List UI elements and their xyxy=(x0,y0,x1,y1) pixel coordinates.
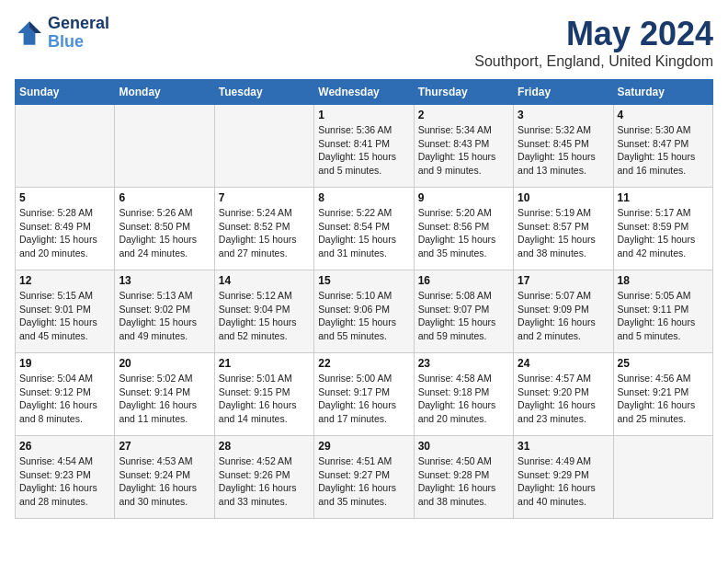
day-info: Sunrise: 5:36 AM Sunset: 8:41 PM Dayligh… xyxy=(318,123,409,178)
day-number: 26 xyxy=(19,440,110,453)
day-info: Sunrise: 4:58 AM Sunset: 9:18 PM Dayligh… xyxy=(418,372,509,426)
day-info: Sunrise: 5:24 AM Sunset: 8:52 PM Dayligh… xyxy=(219,206,310,260)
calendar-cell: 7Sunrise: 5:24 AM Sunset: 8:52 PM Daylig… xyxy=(214,188,313,270)
day-number: 4 xyxy=(618,109,709,121)
calendar-cell xyxy=(115,105,214,188)
calendar-cell: 25Sunrise: 4:56 AM Sunset: 9:21 PM Dayli… xyxy=(613,353,712,436)
calendar-body: 1Sunrise: 5:36 AM Sunset: 8:41 PM Daylig… xyxy=(16,105,713,519)
calendar-cell: 8Sunrise: 5:22 AM Sunset: 8:54 PM Daylig… xyxy=(314,188,414,270)
day-number: 31 xyxy=(518,440,609,453)
calendar-cell: 24Sunrise: 4:57 AM Sunset: 9:20 PM Dayli… xyxy=(514,353,613,436)
day-info: Sunrise: 5:13 AM Sunset: 9:02 PM Dayligh… xyxy=(119,289,210,343)
day-info: Sunrise: 5:28 AM Sunset: 8:49 PM Dayligh… xyxy=(19,206,110,260)
day-info: Sunrise: 5:08 AM Sunset: 9:07 PM Dayligh… xyxy=(418,289,509,343)
calendar-cell: 18Sunrise: 5:05 AM Sunset: 9:11 PM Dayli… xyxy=(613,270,712,353)
day-info: Sunrise: 5:15 AM Sunset: 9:01 PM Dayligh… xyxy=(19,289,110,343)
day-number: 30 xyxy=(418,440,509,453)
location-title: Southport, England, United Kingdom xyxy=(474,53,713,70)
calendar-cell: 22Sunrise: 5:00 AM Sunset: 9:17 PM Dayli… xyxy=(314,353,414,436)
day-number: 11 xyxy=(618,191,709,204)
week-row-2: 5Sunrise: 5:28 AM Sunset: 8:49 PM Daylig… xyxy=(16,188,713,270)
weekday-header-friday: Friday xyxy=(514,80,613,105)
calendar-cell: 21Sunrise: 5:01 AM Sunset: 9:15 PM Dayli… xyxy=(214,353,313,436)
calendar-cell: 5Sunrise: 5:28 AM Sunset: 8:49 PM Daylig… xyxy=(16,188,115,270)
weekday-header-monday: Monday xyxy=(115,80,214,105)
calendar-cell: 29Sunrise: 4:51 AM Sunset: 9:27 PM Dayli… xyxy=(314,436,414,519)
week-row-3: 12Sunrise: 5:15 AM Sunset: 9:01 PM Dayli… xyxy=(16,270,713,353)
weekday-header-wednesday: Wednesday xyxy=(314,80,414,105)
calendar-cell: 27Sunrise: 4:53 AM Sunset: 9:24 PM Dayli… xyxy=(115,436,214,519)
day-number: 1 xyxy=(318,109,409,121)
calendar-cell: 13Sunrise: 5:13 AM Sunset: 9:02 PM Dayli… xyxy=(115,270,214,353)
day-number: 24 xyxy=(518,357,609,370)
calendar-cell: 19Sunrise: 5:04 AM Sunset: 9:12 PM Dayli… xyxy=(16,353,115,436)
calendar-cell: 28Sunrise: 4:52 AM Sunset: 9:26 PM Dayli… xyxy=(214,436,313,519)
day-number: 9 xyxy=(418,191,509,204)
day-info: Sunrise: 5:07 AM Sunset: 9:09 PM Dayligh… xyxy=(518,289,609,343)
month-title: May 2024 xyxy=(474,15,713,53)
week-row-1: 1Sunrise: 5:36 AM Sunset: 8:41 PM Daylig… xyxy=(16,105,713,188)
day-number: 16 xyxy=(418,274,509,287)
day-info: Sunrise: 5:10 AM Sunset: 9:06 PM Dayligh… xyxy=(318,289,409,343)
calendar-cell xyxy=(613,436,712,519)
day-info: Sunrise: 5:12 AM Sunset: 9:04 PM Dayligh… xyxy=(219,289,310,343)
day-info: Sunrise: 5:22 AM Sunset: 8:54 PM Dayligh… xyxy=(318,206,409,260)
day-number: 27 xyxy=(119,440,210,453)
day-info: Sunrise: 5:05 AM Sunset: 9:11 PM Dayligh… xyxy=(618,289,709,343)
logo-line2: Blue xyxy=(48,33,109,52)
day-number: 21 xyxy=(219,357,310,370)
weekday-header-tuesday: Tuesday xyxy=(214,80,313,105)
calendar-cell: 16Sunrise: 5:08 AM Sunset: 9:07 PM Dayli… xyxy=(414,270,513,353)
title-block: May 2024 Southport, England, United King… xyxy=(474,15,713,70)
day-number: 8 xyxy=(318,191,409,204)
week-row-4: 19Sunrise: 5:04 AM Sunset: 9:12 PM Dayli… xyxy=(16,353,713,436)
day-number: 29 xyxy=(318,440,409,453)
day-info: Sunrise: 4:53 AM Sunset: 9:24 PM Dayligh… xyxy=(119,454,210,509)
calendar-cell: 17Sunrise: 5:07 AM Sunset: 9:09 PM Dayli… xyxy=(514,270,613,353)
day-info: Sunrise: 5:20 AM Sunset: 8:56 PM Dayligh… xyxy=(418,206,509,260)
day-info: Sunrise: 5:34 AM Sunset: 8:43 PM Dayligh… xyxy=(418,123,509,178)
day-info: Sunrise: 5:02 AM Sunset: 9:14 PM Dayligh… xyxy=(119,372,210,426)
calendar-cell: 1Sunrise: 5:36 AM Sunset: 8:41 PM Daylig… xyxy=(314,105,414,188)
day-info: Sunrise: 4:50 AM Sunset: 9:28 PM Dayligh… xyxy=(418,454,509,509)
calendar-table: SundayMondayTuesdayWednesdayThursdayFrid… xyxy=(15,79,713,519)
day-info: Sunrise: 5:26 AM Sunset: 8:50 PM Dayligh… xyxy=(119,206,210,260)
calendar-cell: 11Sunrise: 5:17 AM Sunset: 8:59 PM Dayli… xyxy=(613,188,712,270)
week-row-5: 26Sunrise: 4:54 AM Sunset: 9:23 PM Dayli… xyxy=(16,436,713,519)
day-info: Sunrise: 4:54 AM Sunset: 9:23 PM Dayligh… xyxy=(19,454,110,509)
calendar-cell: 4Sunrise: 5:30 AM Sunset: 8:47 PM Daylig… xyxy=(613,105,712,188)
weekday-header-saturday: Saturday xyxy=(613,80,712,105)
calendar-cell: 14Sunrise: 5:12 AM Sunset: 9:04 PM Dayli… xyxy=(214,270,313,353)
day-number: 19 xyxy=(19,357,110,370)
day-info: Sunrise: 5:04 AM Sunset: 9:12 PM Dayligh… xyxy=(19,372,110,426)
calendar-cell: 26Sunrise: 4:54 AM Sunset: 9:23 PM Dayli… xyxy=(16,436,115,519)
calendar-cell: 23Sunrise: 4:58 AM Sunset: 9:18 PM Dayli… xyxy=(414,353,513,436)
day-number: 10 xyxy=(518,191,609,204)
calendar-cell: 20Sunrise: 5:02 AM Sunset: 9:14 PM Dayli… xyxy=(115,353,214,436)
day-number: 25 xyxy=(618,357,709,370)
calendar-cell: 6Sunrise: 5:26 AM Sunset: 8:50 PM Daylig… xyxy=(115,188,214,270)
day-info: Sunrise: 4:56 AM Sunset: 9:21 PM Dayligh… xyxy=(618,372,709,426)
day-info: Sunrise: 5:01 AM Sunset: 9:15 PM Dayligh… xyxy=(219,372,310,426)
day-number: 20 xyxy=(119,357,210,370)
day-number: 18 xyxy=(618,274,709,287)
calendar-cell: 15Sunrise: 5:10 AM Sunset: 9:06 PM Dayli… xyxy=(314,270,414,353)
day-number: 3 xyxy=(518,109,609,121)
day-number: 14 xyxy=(219,274,310,287)
day-number: 23 xyxy=(418,357,509,370)
calendar-cell: 12Sunrise: 5:15 AM Sunset: 9:01 PM Dayli… xyxy=(16,270,115,353)
logo: General Blue xyxy=(15,15,109,52)
calendar-cell: 3Sunrise: 5:32 AM Sunset: 8:45 PM Daylig… xyxy=(514,105,613,188)
weekday-header-sunday: Sunday xyxy=(16,80,115,105)
day-info: Sunrise: 4:49 AM Sunset: 9:29 PM Dayligh… xyxy=(518,454,609,509)
day-number: 2 xyxy=(418,109,509,121)
day-info: Sunrise: 5:19 AM Sunset: 8:57 PM Dayligh… xyxy=(518,206,609,260)
logo-icon xyxy=(15,18,44,48)
page-header: General Blue May 2024 Southport, England… xyxy=(15,15,713,70)
day-info: Sunrise: 5:17 AM Sunset: 8:59 PM Dayligh… xyxy=(618,206,709,260)
calendar-cell: 10Sunrise: 5:19 AM Sunset: 8:57 PM Dayli… xyxy=(514,188,613,270)
day-number: 17 xyxy=(518,274,609,287)
calendar-cell xyxy=(16,105,115,188)
day-number: 12 xyxy=(19,274,110,287)
calendar-cell: 2Sunrise: 5:34 AM Sunset: 8:43 PM Daylig… xyxy=(414,105,513,188)
